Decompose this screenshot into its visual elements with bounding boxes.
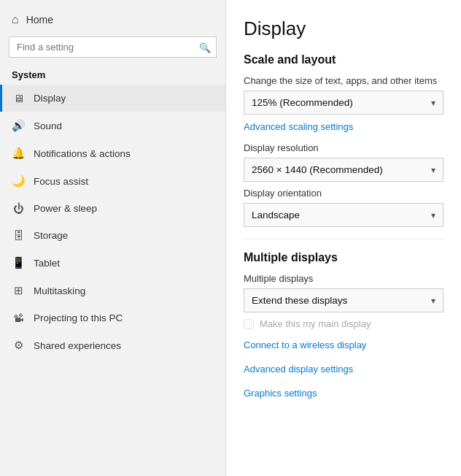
- sidebar-item-shared-label: Shared experiences: [34, 340, 121, 351]
- orientation-dropdown-value: Landscape: [252, 210, 300, 220]
- sidebar-item-sound[interactable]: 🔊 Sound: [0, 112, 225, 139]
- scale-label: Change the size of text, apps, and other…: [244, 75, 443, 86]
- section-divider: [244, 239, 443, 239]
- main-display-checkbox-label: Make this my main display: [260, 318, 371, 329]
- storage-icon: 🗄: [12, 229, 25, 242]
- sidebar-item-storage-label: Storage: [34, 230, 68, 241]
- scale-dropdown-value: 125% (Recommended): [252, 97, 353, 108]
- resolution-dropdown[interactable]: 2560 × 1440 (Recommended) ▾: [244, 158, 443, 182]
- multitasking-icon: ⊞: [12, 284, 25, 297]
- main-display-checkbox[interactable]: [244, 319, 254, 329]
- scale-dropdown[interactable]: 125% (Recommended) ▾: [244, 91, 443, 115]
- tablet-icon: 📱: [12, 256, 25, 269]
- search-box[interactable]: 🔍: [9, 37, 217, 58]
- sidebar-item-tablet[interactable]: 📱 Tablet: [0, 249, 225, 277]
- sidebar-item-projecting[interactable]: 📽 Projecting to this PC: [0, 304, 225, 331]
- multiple-displays-section-title: Multiple displays: [244, 251, 443, 264]
- sidebar: ⌂ Home 🔍 System 🖥 Display 🔊 Sound 🔔 Noti…: [0, 0, 226, 476]
- home-label: Home: [26, 14, 53, 26]
- main-content: Display Scale and layout Change the size…: [226, 0, 461, 476]
- resolution-chevron-icon: ▾: [431, 165, 435, 175]
- sidebar-item-power-label: Power & sleep: [34, 203, 97, 214]
- scale-chevron-icon: ▾: [431, 98, 435, 108]
- multiple-displays-value: Extend these displays: [252, 295, 347, 306]
- sidebar-item-power[interactable]: ⏻ Power & sleep: [0, 195, 225, 222]
- orientation-label: Display orientation: [244, 188, 443, 199]
- sidebar-item-focus-label: Focus assist: [34, 176, 88, 187]
- shared-icon: ⚙: [12, 339, 25, 352]
- display-icon: 🖥: [12, 92, 25, 104]
- home-icon: ⌂: [12, 13, 19, 26]
- search-input[interactable]: [9, 37, 217, 58]
- power-icon: ⏻: [12, 202, 25, 215]
- advanced-scaling-link[interactable]: Advanced scaling settings: [244, 121, 353, 132]
- graphics-settings-link[interactable]: Graphics settings: [244, 388, 443, 399]
- sidebar-item-sound-label: Sound: [34, 120, 62, 131]
- scale-section-title: Scale and layout: [244, 53, 443, 66]
- sidebar-item-shared[interactable]: ⚙ Shared experiences: [0, 331, 225, 359]
- sidebar-item-projecting-label: Projecting to this PC: [34, 312, 123, 323]
- sidebar-item-multitasking[interactable]: ⊞ Multitasking: [0, 277, 225, 304]
- sidebar-item-storage[interactable]: 🗄 Storage: [0, 222, 225, 249]
- orientation-dropdown[interactable]: Landscape ▾: [244, 203, 443, 227]
- multiple-displays-chevron-icon: ▾: [431, 296, 435, 306]
- resolution-dropdown-value: 2560 × 1440 (Recommended): [252, 164, 383, 175]
- sound-icon: 🔊: [12, 119, 25, 132]
- links-section: Connect to a wireless display Advanced d…: [244, 339, 443, 409]
- orientation-chevron-icon: ▾: [431, 210, 435, 220]
- notifications-icon: 🔔: [12, 147, 25, 160]
- projecting-icon: 📽: [12, 312, 25, 324]
- sidebar-item-multitasking-label: Multitasking: [34, 285, 85, 296]
- main-display-checkbox-item: Make this my main display: [244, 318, 443, 329]
- page-title: Display: [244, 18, 443, 40]
- focus-icon: 🌙: [12, 174, 25, 188]
- wireless-display-link[interactable]: Connect to a wireless display: [244, 339, 443, 350]
- sidebar-home-item[interactable]: ⌂ Home: [0, 0, 225, 32]
- sidebar-section-title: System: [0, 65, 225, 85]
- multiple-displays-label: Multiple displays: [244, 273, 443, 284]
- sidebar-item-focus[interactable]: 🌙 Focus assist: [0, 167, 225, 195]
- multiple-displays-dropdown[interactable]: Extend these displays ▾: [244, 288, 443, 312]
- search-icon: 🔍: [199, 42, 211, 53]
- sidebar-item-notifications[interactable]: 🔔 Notifications & actions: [0, 139, 225, 167]
- sidebar-item-display[interactable]: 🖥 Display: [0, 85, 225, 112]
- advanced-display-settings-link[interactable]: Advanced display settings: [244, 364, 443, 375]
- sidebar-item-notifications-label: Notifications & actions: [34, 148, 131, 159]
- sidebar-item-display-label: Display: [34, 93, 66, 104]
- sidebar-item-tablet-label: Tablet: [34, 258, 60, 269]
- resolution-label: Display resolution: [244, 142, 443, 153]
